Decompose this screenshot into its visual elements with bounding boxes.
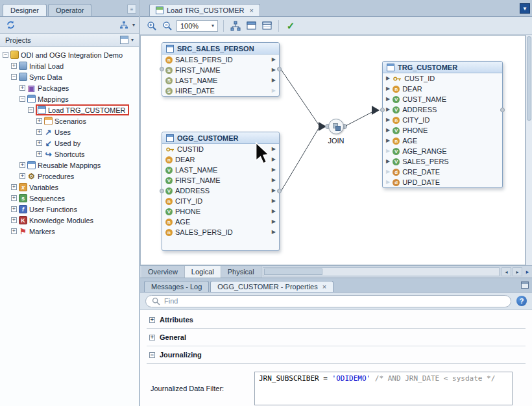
- tree-toggle-icon[interactable]: +: [36, 118, 42, 124]
- tab-designer[interactable]: Designer: [3, 4, 47, 16]
- tree-item-used-by[interactable]: +↙Used by: [0, 137, 139, 149]
- tree-item-scenarios[interactable]: +Scenarios: [0, 115, 139, 126]
- section-journalizing-header[interactable]: − Journalizing: [147, 346, 526, 364]
- datastore-TRG_CUSTOMER[interactable]: TRG_CUSTOMER▶CUST_ID▶nDEAR▶VCUST_NAME▶VA…: [382, 61, 503, 188]
- hierarchy-view-icon[interactable]: [117, 19, 130, 32]
- validate-button[interactable]: ✓: [284, 19, 297, 32]
- tab-list-button[interactable]: ▼: [520, 3, 530, 14]
- tree-toggle-icon[interactable]: +: [11, 184, 17, 190]
- chevron-down-icon[interactable]: ▾: [131, 37, 134, 43]
- tab-load-trg-customer[interactable]: Load TRG_CUSTOMER ×: [149, 4, 260, 16]
- column-ADDRESS[interactable]: ▶VADDRESS: [383, 104, 502, 115]
- column-CITY_ID[interactable]: nCITY_ID▶: [162, 196, 279, 206]
- refresh-icon[interactable]: [4, 19, 17, 32]
- tree-item-reusable-mappings[interactable]: +Reusable Mappings: [0, 160, 139, 171]
- scroll-right-button[interactable]: ▸: [513, 267, 522, 276]
- tree-toggle-icon[interactable]: +: [11, 195, 17, 201]
- column-ADDRESS[interactable]: VADDRESS▶: [162, 185, 279, 196]
- tab-ogg-customer-properties[interactable]: OGG_CUSTOMER - Properties ×: [210, 281, 333, 292]
- column-SALES_PERS_ID[interactable]: nSALES_PERS_ID▶: [162, 54, 279, 65]
- zoom-level-select[interactable]: 100% ▾: [176, 20, 218, 32]
- find-input[interactable]: Find: [145, 295, 511, 307]
- tree-toggle-icon[interactable]: −: [11, 74, 17, 80]
- horizontal-scrollbar[interactable]: [263, 267, 500, 276]
- section-attributes-header[interactable]: + Attributes: [147, 311, 526, 329]
- datastore-SRC_SALES_PERSON[interactable]: SRC_SALES_PERSONnSALES_PERS_ID▶SFIRST_NA…: [162, 42, 280, 97]
- column-CUST_ID[interactable]: ▶CUST_ID: [383, 73, 502, 84]
- column-SALES_PERS[interactable]: ▶VSALES_PERS: [383, 156, 502, 167]
- connector-port[interactable]: [160, 189, 164, 193]
- expand-all-button[interactable]: [245, 19, 258, 32]
- tree-item-knowledge-modules[interactable]: +KKnowledge Modules: [0, 215, 139, 226]
- tree-item-odi-and-ogg-integration-demo[interactable]: −ODI and OGG Integration Demo: [0, 49, 139, 60]
- connector-port[interactable]: [277, 67, 282, 71]
- column-AGE[interactable]: ▶nAGE: [383, 136, 502, 146]
- tree-toggle-icon[interactable]: +: [11, 206, 17, 212]
- column-SALES_PERS_ID[interactable]: nSALES_PERS_ID▶: [162, 227, 279, 237]
- tab-overview[interactable]: Overview: [141, 266, 185, 278]
- tree-toggle-icon[interactable]: +: [11, 228, 17, 234]
- column-HIRE_DATE[interactable]: SHIRE_DATE▶: [162, 86, 279, 96]
- join-node[interactable]: [328, 119, 344, 134]
- expand-icon[interactable]: +: [149, 317, 155, 323]
- mapping-canvas[interactable]: JOIN SRC_SALES_PERSONnSALES_PERS_ID▶SFIR…: [140, 35, 526, 265]
- tree-item-shortcuts[interactable]: +↪Shortcuts: [0, 149, 139, 160]
- tree-toggle-icon[interactable]: −: [28, 107, 34, 113]
- tree-item-variables[interactable]: +xVariables: [0, 182, 139, 193]
- column-PHONE[interactable]: ▶VPHONE: [383, 125, 502, 136]
- connector-port[interactable]: [160, 67, 164, 71]
- column-CITY_ID[interactable]: ▶nCITY_ID: [383, 115, 502, 125]
- tab-physical[interactable]: Physical: [221, 266, 261, 278]
- connector-port[interactable]: [277, 189, 282, 193]
- tree-item-load-trg-customer[interactable]: −Load TRG_CUSTOMER: [0, 104, 139, 115]
- tree-toggle-icon[interactable]: +: [36, 151, 42, 157]
- column-AGE_RANGE[interactable]: ▶VAGE_RANGE: [383, 146, 502, 156]
- column-FIRST_NAME[interactable]: SFIRST_NAME▶: [162, 65, 279, 75]
- column-FIRST_NAME[interactable]: VFIRST_NAME▶: [162, 175, 279, 185]
- column-CRE_DATE[interactable]: ▶dCRE_DATE: [383, 167, 502, 177]
- scrollbar-thumb[interactable]: [264, 269, 322, 275]
- scroll-left-button[interactable]: ◂: [502, 267, 511, 276]
- column-CUST_NAME[interactable]: ▶VCUST_NAME: [383, 94, 502, 104]
- expand-icon[interactable]: +: [149, 335, 155, 340]
- close-icon[interactable]: ×: [249, 6, 253, 14]
- close-icon[interactable]: ×: [322, 283, 326, 291]
- tree-toggle-icon[interactable]: −: [19, 96, 25, 102]
- tab-logical[interactable]: Logical: [185, 266, 221, 278]
- tree-toggle-icon[interactable]: +: [11, 63, 17, 69]
- section-general-header[interactable]: + General: [147, 329, 526, 346]
- chevron-down-icon[interactable]: ▾: [132, 22, 135, 28]
- tree-item-packages[interactable]: +▣Packages: [0, 82, 139, 93]
- panel-menu-icon[interactable]: ≡: [127, 5, 136, 14]
- tab-operator[interactable]: Operator: [48, 4, 91, 16]
- tree-toggle-icon[interactable]: +: [19, 162, 25, 168]
- tree-toggle-icon[interactable]: +: [36, 129, 42, 135]
- column-DEAR[interactable]: ▶nDEAR: [383, 84, 502, 94]
- column-AGE[interactable]: nAGE▶: [162, 217, 279, 227]
- tree-toggle-icon[interactable]: +: [19, 173, 25, 179]
- zoom-out-button[interactable]: [161, 19, 174, 32]
- tree-item-user-functions[interactable]: +fUser Functions: [0, 204, 139, 215]
- tree-item-sequences[interactable]: +sSequences: [0, 193, 139, 204]
- restore-window-icon[interactable]: [521, 281, 529, 289]
- connector-port[interactable]: [380, 108, 385, 112]
- tree-item-initial-load[interactable]: +Initial Load: [0, 60, 139, 71]
- column-PHONE[interactable]: VPHONE▶: [162, 206, 279, 217]
- auto-layout-button[interactable]: [229, 19, 242, 32]
- column-UPD_DATE[interactable]: ▶dUPD_DATE: [383, 177, 502, 187]
- tree-item-procedures[interactable]: +⚙Procedures: [0, 171, 139, 182]
- tree-item-mappings[interactable]: −Mappings: [0, 93, 139, 104]
- scrollbar-thumb[interactable]: [527, 36, 531, 121]
- tree-toggle-icon[interactable]: +: [36, 140, 42, 146]
- zoom-in-button[interactable]: [145, 19, 158, 32]
- collapse-icon[interactable]: −: [149, 352, 155, 358]
- vertical-scrollbar[interactable]: [526, 35, 532, 265]
- column-LAST_NAME[interactable]: VLAST_NAME▶: [162, 165, 279, 175]
- panel-expand-icon[interactable]: ▸: [523, 266, 532, 278]
- column-LAST_NAME[interactable]: SLAST_NAME▶: [162, 75, 279, 86]
- tree-item-uses[interactable]: +↗Uses: [0, 126, 139, 137]
- connector-port[interactable]: [500, 108, 505, 112]
- journalized-filter-input[interactable]: JRN_SUBSCRIBER = 'ODIDEMO' /* AND JRN_DA…: [254, 372, 513, 405]
- tree-toggle-icon[interactable]: +: [19, 85, 25, 91]
- tab-messages-log[interactable]: Messages - Log: [144, 281, 209, 292]
